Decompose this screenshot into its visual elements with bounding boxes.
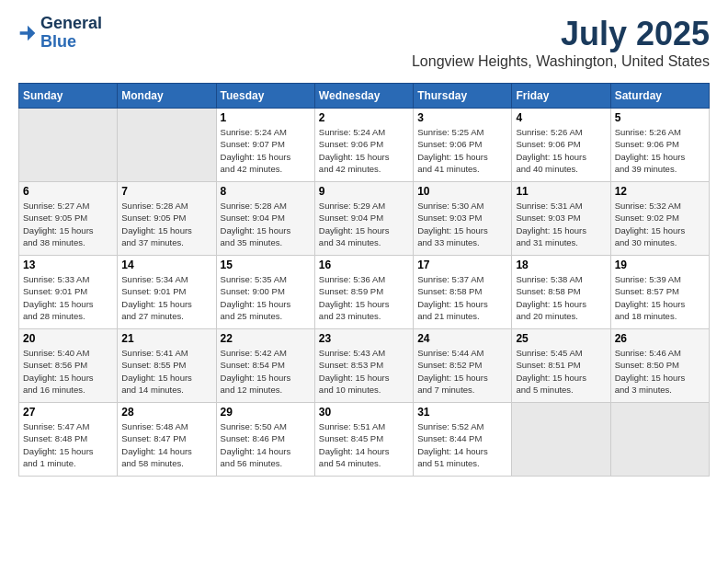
calendar-cell: 8Sunrise: 5:28 AMSunset: 9:04 PMDaylight…	[216, 182, 314, 256]
calendar-cell: 24Sunrise: 5:44 AMSunset: 8:52 PMDayligh…	[414, 329, 512, 403]
calendar-cell: 13Sunrise: 5:33 AMSunset: 9:01 PMDayligh…	[19, 256, 118, 329]
day-info: Sunrise: 5:40 AMSunset: 8:56 PMDaylight:…	[23, 347, 113, 396]
day-info: Sunrise: 5:39 AMSunset: 8:57 PMDaylight:…	[615, 273, 705, 322]
day-number: 18	[516, 259, 606, 271]
logo-text-line2: Blue	[40, 33, 102, 52]
dow-header: Saturday	[610, 84, 709, 109]
logo-icon	[18, 24, 37, 42]
calendar-cell: 20Sunrise: 5:40 AMSunset: 8:56 PMDayligh…	[19, 329, 118, 403]
calendar-cell: 9Sunrise: 5:29 AMSunset: 9:04 PMDaylight…	[314, 182, 413, 256]
day-number: 22	[221, 332, 311, 345]
day-number: 28	[121, 406, 211, 419]
day-info: Sunrise: 5:31 AMSunset: 9:03 PMDaylight:…	[516, 200, 606, 248]
svg-marker-0	[20, 25, 36, 40]
day-info: Sunrise: 5:47 AMSunset: 8:48 PMDaylight:…	[23, 420, 113, 469]
dow-header: Friday	[512, 84, 610, 109]
calendar-subtitle: Longview Heights, Washington, United Sta…	[412, 53, 710, 70]
day-number: 19	[615, 259, 705, 271]
day-number: 24	[417, 332, 507, 345]
day-number: 15	[221, 259, 311, 271]
calendar-cell: 4Sunrise: 5:26 AMSunset: 9:06 PMDaylight…	[512, 109, 610, 182]
day-number: 14	[121, 259, 211, 271]
day-number: 9	[319, 185, 409, 198]
calendar-cell: 29Sunrise: 5:50 AMSunset: 8:46 PMDayligh…	[216, 403, 314, 477]
calendar-cell: 25Sunrise: 5:45 AMSunset: 8:51 PMDayligh…	[512, 329, 610, 403]
dow-header: Thursday	[414, 84, 512, 109]
day-info: Sunrise: 5:43 AMSunset: 8:53 PMDaylight:…	[319, 347, 409, 396]
day-info: Sunrise: 5:38 AMSunset: 8:58 PMDaylight:…	[516, 273, 606, 322]
day-info: Sunrise: 5:36 AMSunset: 8:59 PMDaylight:…	[319, 273, 409, 322]
calendar-cell: 30Sunrise: 5:51 AMSunset: 8:45 PMDayligh…	[314, 403, 413, 477]
day-info: Sunrise: 5:37 AMSunset: 8:58 PMDaylight:…	[417, 273, 507, 322]
calendar-cell: 12Sunrise: 5:32 AMSunset: 9:02 PMDayligh…	[610, 182, 709, 256]
day-info: Sunrise: 5:33 AMSunset: 9:01 PMDaylight:…	[23, 273, 113, 322]
day-number: 25	[516, 332, 606, 345]
calendar-cell: 28Sunrise: 5:48 AMSunset: 8:47 PMDayligh…	[118, 403, 216, 477]
calendar-cell: 22Sunrise: 5:42 AMSunset: 8:54 PMDayligh…	[216, 329, 314, 403]
calendar-cell	[610, 403, 709, 477]
day-info: Sunrise: 5:26 AMSunset: 9:06 PMDaylight:…	[615, 126, 705, 175]
calendar-cell: 27Sunrise: 5:47 AMSunset: 8:48 PMDayligh…	[19, 403, 118, 477]
day-number: 16	[319, 259, 409, 271]
calendar-cell: 5Sunrise: 5:26 AMSunset: 9:06 PMDaylight…	[610, 109, 709, 182]
calendar-cell: 18Sunrise: 5:38 AMSunset: 8:58 PMDayligh…	[512, 256, 610, 329]
day-info: Sunrise: 5:42 AMSunset: 8:54 PMDaylight:…	[221, 347, 311, 396]
day-number: 6	[23, 185, 113, 198]
day-info: Sunrise: 5:34 AMSunset: 9:01 PMDaylight:…	[121, 273, 211, 322]
day-info: Sunrise: 5:25 AMSunset: 9:06 PMDaylight:…	[417, 126, 507, 175]
day-number: 27	[23, 406, 113, 419]
day-number: 26	[615, 332, 705, 345]
day-info: Sunrise: 5:44 AMSunset: 8:52 PMDaylight:…	[417, 347, 507, 396]
day-number: 30	[319, 406, 409, 419]
calendar-cell: 26Sunrise: 5:46 AMSunset: 8:50 PMDayligh…	[610, 329, 709, 403]
day-number: 23	[319, 332, 409, 345]
day-number: 12	[615, 185, 705, 198]
calendar-cell	[512, 403, 610, 477]
calendar-cell: 6Sunrise: 5:27 AMSunset: 9:05 PMDaylight…	[19, 182, 118, 256]
dow-header: Wednesday	[314, 84, 413, 109]
dow-header: Sunday	[19, 84, 118, 109]
day-number: 29	[221, 406, 311, 419]
day-number: 11	[516, 185, 606, 198]
day-number: 2	[319, 111, 409, 124]
day-info: Sunrise: 5:24 AMSunset: 9:07 PMDaylight:…	[221, 126, 311, 175]
dow-header: Tuesday	[216, 84, 314, 109]
calendar-cell: 15Sunrise: 5:35 AMSunset: 9:00 PMDayligh…	[216, 256, 314, 329]
calendar-cell: 10Sunrise: 5:30 AMSunset: 9:03 PMDayligh…	[414, 182, 512, 256]
day-info: Sunrise: 5:24 AMSunset: 9:06 PMDaylight:…	[319, 126, 409, 175]
day-info: Sunrise: 5:50 AMSunset: 8:46 PMDaylight:…	[221, 420, 311, 469]
calendar-cell: 1Sunrise: 5:24 AMSunset: 9:07 PMDaylight…	[216, 109, 314, 182]
calendar-cell: 17Sunrise: 5:37 AMSunset: 8:58 PMDayligh…	[414, 256, 512, 329]
calendar-cell: 2Sunrise: 5:24 AMSunset: 9:06 PMDaylight…	[314, 109, 413, 182]
day-info: Sunrise: 5:29 AMSunset: 9:04 PMDaylight:…	[319, 200, 409, 248]
dow-header: Monday	[118, 84, 216, 109]
calendar-cell: 31Sunrise: 5:52 AMSunset: 8:44 PMDayligh…	[414, 403, 512, 477]
day-info: Sunrise: 5:51 AMSunset: 8:45 PMDaylight:…	[319, 420, 409, 469]
day-info: Sunrise: 5:27 AMSunset: 9:05 PMDaylight:…	[23, 200, 113, 248]
day-number: 10	[417, 185, 507, 198]
day-number: 3	[417, 111, 507, 124]
day-number: 20	[23, 332, 113, 345]
calendar-cell: 3Sunrise: 5:25 AMSunset: 9:06 PMDaylight…	[414, 109, 512, 182]
logo: General Blue	[18, 15, 102, 52]
day-number: 13	[23, 259, 113, 271]
day-number: 1	[221, 111, 311, 124]
calendar-cell	[118, 109, 216, 182]
day-info: Sunrise: 5:46 AMSunset: 8:50 PMDaylight:…	[615, 347, 705, 396]
day-number: 4	[516, 111, 606, 124]
day-number: 8	[221, 185, 311, 198]
day-info: Sunrise: 5:35 AMSunset: 9:00 PMDaylight:…	[221, 273, 311, 322]
day-number: 21	[121, 332, 211, 345]
calendar-cell: 11Sunrise: 5:31 AMSunset: 9:03 PMDayligh…	[512, 182, 610, 256]
day-info: Sunrise: 5:26 AMSunset: 9:06 PMDaylight:…	[516, 126, 606, 175]
day-number: 31	[417, 406, 507, 419]
calendar-cell: 7Sunrise: 5:28 AMSunset: 9:05 PMDaylight…	[118, 182, 216, 256]
calendar-cell: 23Sunrise: 5:43 AMSunset: 8:53 PMDayligh…	[314, 329, 413, 403]
calendar-cell: 21Sunrise: 5:41 AMSunset: 8:55 PMDayligh…	[118, 329, 216, 403]
logo-text-line1: General	[40, 15, 102, 33]
day-info: Sunrise: 5:48 AMSunset: 8:47 PMDaylight:…	[121, 420, 211, 469]
calendar-cell: 16Sunrise: 5:36 AMSunset: 8:59 PMDayligh…	[314, 256, 413, 329]
calendar-cell: 19Sunrise: 5:39 AMSunset: 8:57 PMDayligh…	[610, 256, 709, 329]
calendar-cell: 14Sunrise: 5:34 AMSunset: 9:01 PMDayligh…	[118, 256, 216, 329]
day-number: 5	[615, 111, 705, 124]
